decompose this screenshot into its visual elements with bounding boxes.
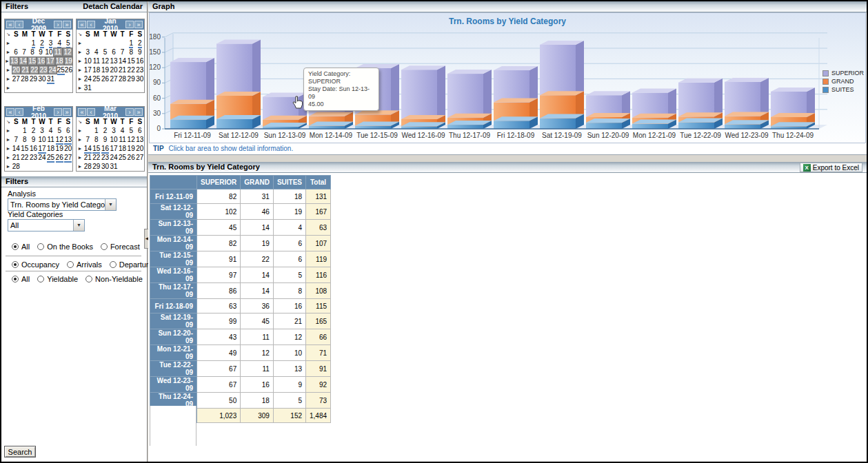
calendar-day[interactable]: 8: [21, 135, 30, 144]
calendar-day[interactable]: 4: [118, 126, 127, 135]
calendar-day[interactable]: 10: [110, 135, 119, 144]
calendar-day[interactable]: 1: [92, 126, 101, 135]
radio-button[interactable]: [37, 243, 44, 250]
calendar-day[interactable]: 20: [63, 144, 72, 153]
calendar-day[interactable]: 6: [63, 126, 72, 135]
calendar-day[interactable]: 27: [135, 153, 144, 162]
calendar-day[interactable]: 19: [127, 144, 136, 153]
calendar-day[interactable]: 19: [64, 56, 73, 65]
calendar-day[interactable]: 17: [83, 65, 92, 74]
chart-bar[interactable]: [447, 70, 492, 129]
radio-button[interactable]: [110, 261, 117, 268]
calendar-day[interactable]: 25: [92, 74, 101, 83]
calendar-day[interactable]: 13: [110, 56, 119, 65]
radio-option[interactable]: On the Books: [37, 243, 93, 251]
radio-button[interactable]: [12, 243, 19, 250]
calendar-day[interactable]: 29: [29, 74, 38, 83]
calendar-day[interactable]: 28: [21, 74, 30, 83]
chart-bar[interactable]: [216, 39, 261, 129]
calendar-day[interactable]: 2: [101, 126, 110, 135]
calendar-day[interactable]: 13: [63, 135, 72, 144]
week-select-arrow-icon[interactable]: ►: [77, 41, 83, 45]
calendar-day[interactable]: 11: [46, 135, 55, 144]
week-select-arrow-icon[interactable]: ►: [5, 155, 12, 160]
chevron-down-icon[interactable]: ▼: [73, 220, 84, 231]
radio-button[interactable]: [67, 261, 74, 268]
calendar-day[interactable]: 17: [46, 56, 54, 65]
calendar-day[interactable]: 18: [118, 144, 127, 153]
calendar-day[interactable]: 5: [55, 126, 64, 135]
select-all-icon[interactable]: ↘: [5, 119, 12, 125]
calendar-day[interactable]: 23: [29, 153, 38, 162]
calendar-day[interactable]: 22: [30, 65, 39, 74]
calendar-prev-month-button[interactable]: ‹: [15, 21, 23, 28]
calendar-day[interactable]: 26: [101, 74, 110, 83]
calendar-day[interactable]: 31: [83, 83, 92, 92]
calendar-day[interactable]: 13: [10, 56, 19, 65]
calendar-day[interactable]: 3: [46, 39, 55, 48]
chart-bar[interactable]: [725, 78, 769, 129]
chart-bar[interactable]: [678, 79, 723, 129]
radio-button[interactable]: [37, 276, 44, 282]
calendar-day[interactable]: 27: [110, 74, 119, 83]
calendar-day[interactable]: 9: [29, 135, 38, 144]
calendar-day[interactable]: 26: [127, 153, 136, 162]
calendar-day[interactable]: 3: [83, 48, 92, 56]
calendar-day[interactable]: 23: [39, 65, 48, 74]
calendar-day[interactable]: 24: [110, 153, 119, 162]
calendar-day[interactable]: 1: [21, 126, 30, 135]
export-to-excel-button[interactable]: X Export to Excel: [800, 163, 862, 172]
calendar-day[interactable]: 31: [46, 74, 55, 83]
calendar-day[interactable]: 16: [37, 56, 46, 65]
calendar-day[interactable]: 2: [135, 39, 144, 48]
calendar-day[interactable]: 5: [63, 39, 72, 48]
calendar-prev-month-button[interactable]: ‹: [87, 21, 95, 28]
calendar-day[interactable]: 21: [83, 153, 92, 162]
calendar-day[interactable]: 23: [135, 65, 144, 74]
radio-option[interactable]: Yieldable: [37, 275, 78, 283]
calendar-day[interactable]: 10: [38, 135, 47, 144]
calendar-day[interactable]: 4: [46, 126, 55, 135]
calendar-day[interactable]: 22: [21, 153, 30, 162]
calendar-day[interactable]: 18: [46, 144, 55, 153]
calendar-next-month-button[interactable]: ›: [54, 108, 62, 116]
calendar-day[interactable]: 11: [118, 135, 127, 144]
week-select-arrow-icon[interactable]: ►: [77, 128, 83, 133]
calendar-day[interactable]: 8: [28, 48, 37, 56]
calendar-day[interactable]: 11: [92, 56, 101, 65]
calendar-day[interactable]: 5: [101, 48, 110, 56]
calendar-prev-month-button[interactable]: ‹: [87, 108, 95, 116]
week-select-arrow-icon[interactable]: ►: [77, 59, 83, 63]
calendar-next-year-button[interactable]: »: [134, 108, 143, 116]
calendar-day[interactable]: 2: [29, 126, 38, 135]
calendar-day[interactable]: 11: [53, 48, 63, 56]
radio-button[interactable]: [12, 261, 19, 268]
calendar-day[interactable]: 14: [12, 144, 21, 153]
radio-option[interactable]: Forecast: [101, 243, 140, 251]
calendar-day[interactable]: 6: [12, 48, 20, 56]
calendar-day[interactable]: 8: [92, 135, 101, 144]
calendar-day[interactable]: 13: [135, 135, 144, 144]
calendar-day[interactable]: 4: [55, 39, 64, 48]
calendar-day[interactable]: 19: [55, 144, 64, 153]
calendar-day[interactable]: 3: [110, 126, 119, 135]
calendar-day[interactable]: 14: [83, 144, 92, 153]
analysis-dropdown[interactable]: Trn. Rooms by Yield Category ▼: [8, 198, 117, 211]
radio-option[interactable]: All: [12, 275, 30, 283]
calendar-day[interactable]: 16: [29, 144, 38, 153]
calendar-day[interactable]: 23: [101, 153, 110, 162]
calendar-day[interactable]: 29: [92, 162, 101, 171]
calendar-day[interactable]: 12: [63, 48, 72, 56]
calendar-day[interactable]: 14: [118, 56, 127, 65]
calendar-day[interactable]: 20: [12, 65, 21, 74]
week-select-arrow-icon[interactable]: ►: [5, 41, 12, 45]
calendar-day[interactable]: 9: [37, 48, 45, 56]
calendar-prev-year-button[interactable]: «: [78, 21, 86, 28]
calendar-day[interactable]: 14: [19, 56, 28, 65]
calendar-next-year-button[interactable]: »: [63, 108, 71, 116]
calendar-day[interactable]: 26: [65, 65, 72, 74]
calendar-day[interactable]: 28: [83, 162, 92, 171]
week-select-arrow-icon[interactable]: ►: [77, 50, 83, 54]
calendar-day[interactable]: 28: [118, 74, 127, 83]
calendar-day[interactable]: 4: [92, 48, 101, 56]
